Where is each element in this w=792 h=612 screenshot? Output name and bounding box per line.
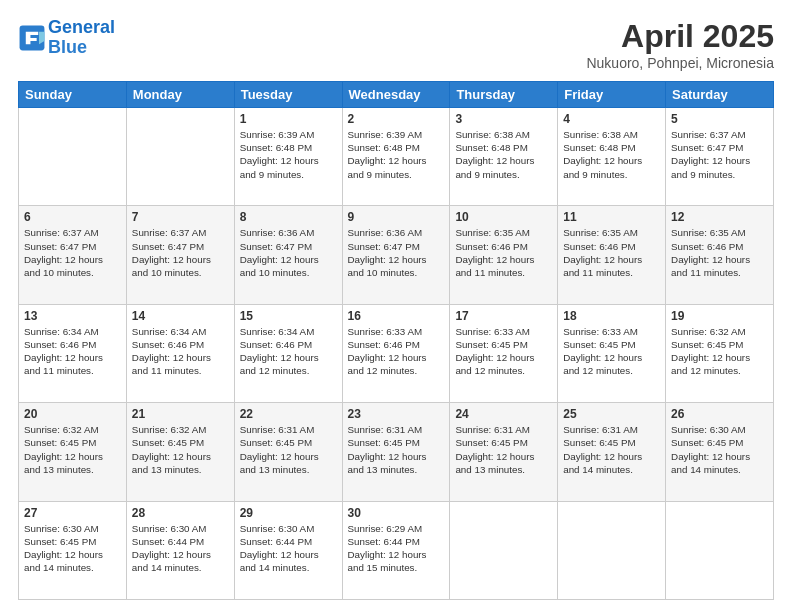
day-number: 22 [240, 407, 337, 421]
cell-info: Sunrise: 6:37 AM Sunset: 6:47 PM Dayligh… [671, 128, 768, 181]
day-number: 23 [348, 407, 445, 421]
cell-info: Sunrise: 6:34 AM Sunset: 6:46 PM Dayligh… [240, 325, 337, 378]
day-number: 5 [671, 112, 768, 126]
calendar-cell [558, 501, 666, 599]
calendar-cell: 3Sunrise: 6:38 AM Sunset: 6:48 PM Daylig… [450, 108, 558, 206]
calendar-cell: 20Sunrise: 6:32 AM Sunset: 6:45 PM Dayli… [19, 403, 127, 501]
day-number: 25 [563, 407, 660, 421]
calendar-table: SundayMondayTuesdayWednesdayThursdayFrid… [18, 81, 774, 600]
calendar-cell: 12Sunrise: 6:35 AM Sunset: 6:46 PM Dayli… [666, 206, 774, 304]
cell-info: Sunrise: 6:36 AM Sunset: 6:47 PM Dayligh… [348, 226, 445, 279]
calendar-row-1: 6Sunrise: 6:37 AM Sunset: 6:47 PM Daylig… [19, 206, 774, 304]
weekday-sunday: Sunday [19, 82, 127, 108]
day-number: 13 [24, 309, 121, 323]
weekday-friday: Friday [558, 82, 666, 108]
calendar-header: SundayMondayTuesdayWednesdayThursdayFrid… [19, 82, 774, 108]
calendar-cell: 29Sunrise: 6:30 AM Sunset: 6:44 PM Dayli… [234, 501, 342, 599]
day-number: 15 [240, 309, 337, 323]
logo-line1: General [48, 17, 115, 37]
calendar-cell [666, 501, 774, 599]
cell-info: Sunrise: 6:34 AM Sunset: 6:46 PM Dayligh… [24, 325, 121, 378]
cell-info: Sunrise: 6:33 AM Sunset: 6:46 PM Dayligh… [348, 325, 445, 378]
cell-info: Sunrise: 6:31 AM Sunset: 6:45 PM Dayligh… [348, 423, 445, 476]
cell-info: Sunrise: 6:33 AM Sunset: 6:45 PM Dayligh… [455, 325, 552, 378]
calendar-row-3: 20Sunrise: 6:32 AM Sunset: 6:45 PM Dayli… [19, 403, 774, 501]
day-number: 18 [563, 309, 660, 323]
cell-info: Sunrise: 6:33 AM Sunset: 6:45 PM Dayligh… [563, 325, 660, 378]
calendar-cell: 5Sunrise: 6:37 AM Sunset: 6:47 PM Daylig… [666, 108, 774, 206]
calendar-cell [126, 108, 234, 206]
calendar-cell: 14Sunrise: 6:34 AM Sunset: 6:46 PM Dayli… [126, 304, 234, 402]
cell-info: Sunrise: 6:30 AM Sunset: 6:45 PM Dayligh… [671, 423, 768, 476]
calendar-cell: 7Sunrise: 6:37 AM Sunset: 6:47 PM Daylig… [126, 206, 234, 304]
cell-info: Sunrise: 6:35 AM Sunset: 6:46 PM Dayligh… [563, 226, 660, 279]
calendar-cell: 9Sunrise: 6:36 AM Sunset: 6:47 PM Daylig… [342, 206, 450, 304]
calendar-cell: 15Sunrise: 6:34 AM Sunset: 6:46 PM Dayli… [234, 304, 342, 402]
calendar-cell: 27Sunrise: 6:30 AM Sunset: 6:45 PM Dayli… [19, 501, 127, 599]
day-number: 2 [348, 112, 445, 126]
calendar-cell: 10Sunrise: 6:35 AM Sunset: 6:46 PM Dayli… [450, 206, 558, 304]
day-number: 16 [348, 309, 445, 323]
calendar-cell: 23Sunrise: 6:31 AM Sunset: 6:45 PM Dayli… [342, 403, 450, 501]
day-number: 29 [240, 506, 337, 520]
location: Nukuoro, Pohnpei, Micronesia [586, 55, 774, 71]
page: General Blue April 2025 Nukuoro, Pohnpei… [0, 0, 792, 612]
cell-info: Sunrise: 6:31 AM Sunset: 6:45 PM Dayligh… [455, 423, 552, 476]
calendar-cell: 18Sunrise: 6:33 AM Sunset: 6:45 PM Dayli… [558, 304, 666, 402]
cell-info: Sunrise: 6:30 AM Sunset: 6:45 PM Dayligh… [24, 522, 121, 575]
logo-line2: Blue [48, 37, 87, 57]
logo: General Blue [18, 18, 115, 58]
cell-info: Sunrise: 6:32 AM Sunset: 6:45 PM Dayligh… [24, 423, 121, 476]
calendar-row-0: 1Sunrise: 6:39 AM Sunset: 6:48 PM Daylig… [19, 108, 774, 206]
cell-info: Sunrise: 6:32 AM Sunset: 6:45 PM Dayligh… [132, 423, 229, 476]
calendar-row-4: 27Sunrise: 6:30 AM Sunset: 6:45 PM Dayli… [19, 501, 774, 599]
calendar-cell: 24Sunrise: 6:31 AM Sunset: 6:45 PM Dayli… [450, 403, 558, 501]
weekday-monday: Monday [126, 82, 234, 108]
cell-info: Sunrise: 6:35 AM Sunset: 6:46 PM Dayligh… [455, 226, 552, 279]
day-number: 10 [455, 210, 552, 224]
calendar-cell: 19Sunrise: 6:32 AM Sunset: 6:45 PM Dayli… [666, 304, 774, 402]
weekday-header-row: SundayMondayTuesdayWednesdayThursdayFrid… [19, 82, 774, 108]
calendar-cell: 21Sunrise: 6:32 AM Sunset: 6:45 PM Dayli… [126, 403, 234, 501]
day-number: 11 [563, 210, 660, 224]
calendar-cell: 28Sunrise: 6:30 AM Sunset: 6:44 PM Dayli… [126, 501, 234, 599]
title-block: April 2025 Nukuoro, Pohnpei, Micronesia [586, 18, 774, 71]
weekday-tuesday: Tuesday [234, 82, 342, 108]
day-number: 7 [132, 210, 229, 224]
calendar-body: 1Sunrise: 6:39 AM Sunset: 6:48 PM Daylig… [19, 108, 774, 600]
calendar-cell [19, 108, 127, 206]
calendar-cell: 1Sunrise: 6:39 AM Sunset: 6:48 PM Daylig… [234, 108, 342, 206]
day-number: 6 [24, 210, 121, 224]
header: General Blue April 2025 Nukuoro, Pohnpei… [18, 18, 774, 71]
day-number: 3 [455, 112, 552, 126]
logo-text: General Blue [48, 18, 115, 58]
logo-icon [18, 24, 46, 52]
calendar-cell: 6Sunrise: 6:37 AM Sunset: 6:47 PM Daylig… [19, 206, 127, 304]
day-number: 12 [671, 210, 768, 224]
calendar-cell: 26Sunrise: 6:30 AM Sunset: 6:45 PM Dayli… [666, 403, 774, 501]
calendar-cell: 11Sunrise: 6:35 AM Sunset: 6:46 PM Dayli… [558, 206, 666, 304]
day-number: 21 [132, 407, 229, 421]
weekday-saturday: Saturday [666, 82, 774, 108]
cell-info: Sunrise: 6:32 AM Sunset: 6:45 PM Dayligh… [671, 325, 768, 378]
cell-info: Sunrise: 6:35 AM Sunset: 6:46 PM Dayligh… [671, 226, 768, 279]
day-number: 1 [240, 112, 337, 126]
cell-info: Sunrise: 6:38 AM Sunset: 6:48 PM Dayligh… [455, 128, 552, 181]
weekday-thursday: Thursday [450, 82, 558, 108]
calendar-cell: 22Sunrise: 6:31 AM Sunset: 6:45 PM Dayli… [234, 403, 342, 501]
calendar-cell: 30Sunrise: 6:29 AM Sunset: 6:44 PM Dayli… [342, 501, 450, 599]
day-number: 27 [24, 506, 121, 520]
cell-info: Sunrise: 6:30 AM Sunset: 6:44 PM Dayligh… [132, 522, 229, 575]
day-number: 8 [240, 210, 337, 224]
calendar-row-2: 13Sunrise: 6:34 AM Sunset: 6:46 PM Dayli… [19, 304, 774, 402]
month-year: April 2025 [586, 18, 774, 55]
cell-info: Sunrise: 6:34 AM Sunset: 6:46 PM Dayligh… [132, 325, 229, 378]
day-number: 26 [671, 407, 768, 421]
calendar-cell: 2Sunrise: 6:39 AM Sunset: 6:48 PM Daylig… [342, 108, 450, 206]
calendar-cell: 13Sunrise: 6:34 AM Sunset: 6:46 PM Dayli… [19, 304, 127, 402]
cell-info: Sunrise: 6:37 AM Sunset: 6:47 PM Dayligh… [132, 226, 229, 279]
calendar-cell: 16Sunrise: 6:33 AM Sunset: 6:46 PM Dayli… [342, 304, 450, 402]
calendar-cell: 8Sunrise: 6:36 AM Sunset: 6:47 PM Daylig… [234, 206, 342, 304]
cell-info: Sunrise: 6:38 AM Sunset: 6:48 PM Dayligh… [563, 128, 660, 181]
calendar-cell: 4Sunrise: 6:38 AM Sunset: 6:48 PM Daylig… [558, 108, 666, 206]
